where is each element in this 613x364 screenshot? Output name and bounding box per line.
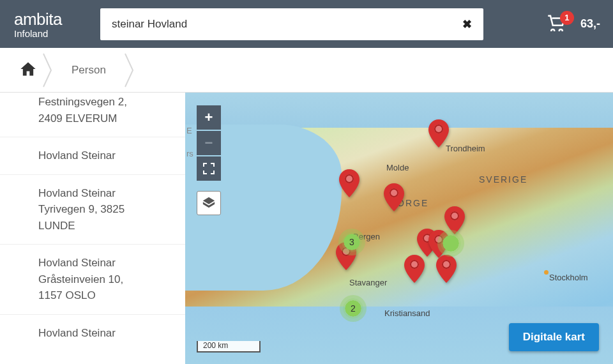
map-edge-label: E	[186, 126, 192, 135]
cluster-count: 2	[351, 303, 356, 314]
breadcrumb-bar: Person	[0, 48, 613, 93]
result-name: Hovland Steinar	[38, 255, 172, 271]
zoom-out-button[interactable]: −	[197, 131, 221, 155]
map-controls: + −	[197, 105, 221, 215]
results-list[interactable]: Festningsvegen 2, 2409 ELVERUM Hovland S…	[0, 93, 185, 364]
fullscreen-button[interactable]	[197, 156, 221, 181]
map-pin[interactable]	[435, 255, 457, 283]
cart-area[interactable]: 1 63,-	[547, 15, 600, 34]
list-item[interactable]: Hovland Steinar Tyrivegen 9, 3825 LUNDE	[0, 174, 185, 245]
list-item[interactable]: Hovland Steinar Gråsteinveien 10, 1157 O…	[0, 244, 185, 314]
city-label: Stockholm	[549, 273, 588, 282]
layers-button[interactable]	[197, 191, 221, 215]
city-dot	[544, 270, 549, 275]
top-bar: ambita Infoland ✖ 1 63,-	[0, 0, 613, 48]
map-edge-label: rs	[186, 149, 193, 158]
cluster-count: 3	[349, 237, 354, 247]
result-addr-line: 1157 OSLO	[38, 287, 172, 304]
home-icon[interactable]	[19, 61, 37, 80]
result-name: Hovland Steinar	[38, 148, 172, 164]
breadcrumb-person[interactable]: Person	[59, 64, 119, 77]
result-addr-line: LUNDE	[38, 218, 172, 234]
search-input[interactable]	[112, 18, 462, 31]
map-scale: 200 km	[197, 341, 261, 353]
brand[interactable]: ambita Infoland	[14, 10, 87, 39]
map-pin[interactable]	[383, 183, 405, 211]
result-addr-line: 2409 ELVERUM	[38, 110, 172, 127]
chevron-right-icon	[124, 51, 135, 89]
country-label: SVERIGE	[479, 174, 527, 185]
map-cluster[interactable]	[441, 233, 461, 254]
search-box[interactable]: ✖	[100, 8, 483, 40]
digital-maps-button[interactable]: Digitale kart	[509, 323, 599, 351]
main-area: Festningsvegen 2, 2409 ELVERUM Hovland S…	[0, 93, 613, 364]
result-name: Hovland Steinar	[38, 185, 172, 202]
cart-price: 63,-	[580, 17, 600, 31]
result-addr-line: Festningsvegen 2,	[38, 94, 172, 110]
map-sea	[185, 93, 613, 128]
list-item[interactable]: Hovland Steinar	[0, 314, 185, 352]
map-cluster[interactable]: 3	[342, 232, 362, 252]
cart-icon[interactable]: 1	[547, 15, 566, 34]
map-viewport[interactable]: E rs + − Trondheim Molde NORGE SVERIGE B…	[185, 93, 613, 364]
city-label: Trondheim	[446, 144, 485, 153]
result-name: Hovland Steinar	[38, 325, 172, 342]
brand-name: ambita	[14, 10, 87, 29]
map-pin[interactable]	[338, 169, 360, 197]
chevron-right-icon	[42, 51, 54, 89]
list-item[interactable]: Hovland Steinar	[0, 137, 185, 174]
zoom-in-button[interactable]: +	[197, 105, 221, 130]
city-label: Stavanger	[349, 278, 387, 287]
cart-count-badge: 1	[560, 11, 574, 25]
city-label: Molde	[386, 163, 409, 172]
map-pin[interactable]	[404, 255, 425, 283]
map-cluster[interactable]: 2	[343, 298, 363, 319]
list-item[interactable]: Festningsvegen 2, 2409 ELVERUM	[0, 93, 185, 137]
result-addr-line: Tyrivegen 9, 3825	[38, 201, 172, 218]
map-pin[interactable]	[428, 119, 450, 148]
brand-sub: Infoland	[14, 28, 87, 39]
result-addr-line: Gråsteinveien 10,	[38, 271, 172, 288]
clear-search-icon[interactable]: ✖	[462, 17, 472, 31]
